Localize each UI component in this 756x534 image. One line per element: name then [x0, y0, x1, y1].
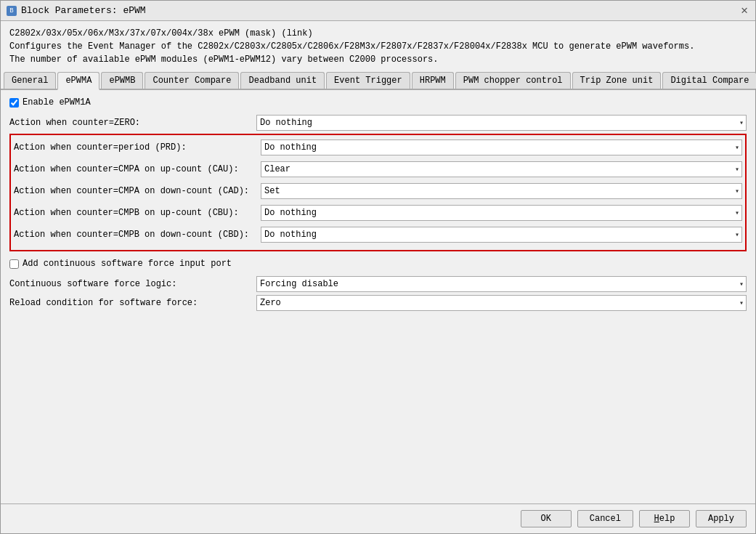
description-line2: Configures the Event Manager of the C280…: [9, 40, 747, 53]
continuous-force-row: Continuous software force logic: Forcing…: [9, 276, 747, 292]
tab-event-trigger[interactable]: Event Trigger: [326, 72, 410, 89]
content-area: Enable ePWM1A Action when counter=ZERO: …: [1, 90, 755, 503]
bottom-bar: OK Cancel Help Apply: [1, 503, 755, 533]
tab-epwma[interactable]: ePWMA: [57, 72, 99, 90]
tab-digital-compare[interactable]: Digital Compare: [662, 72, 756, 89]
add-continuous-row: Add continuous software force input port: [9, 259, 747, 269]
action-prd-select-wrapper: Do nothing Clear Set Toggle ▾: [261, 139, 742, 155]
action-cbd-select[interactable]: Do nothing Clear Set Toggle: [261, 227, 742, 243]
enable-epwm1a-checkbox[interactable]: [9, 98, 19, 108]
apply-button[interactable]: Apply: [696, 510, 747, 527]
action-cau-label: Action when counter=CMPA on up-count (CA…: [14, 164, 261, 174]
reload-condition-label: Reload condition for software force:: [9, 298, 256, 308]
help-button[interactable]: Help: [639, 510, 690, 527]
action-prd-label: Action when counter=period (PRD):: [14, 142, 261, 153]
main-window: B Block Parameters: ePWM ✕ C2802x/03x/05…: [0, 0, 756, 534]
action-zero-label: Action when counter=ZERO:: [9, 118, 256, 128]
enable-epwm1a-row: Enable ePWM1A: [9, 97, 747, 108]
continuous-force-select[interactable]: Forcing disable Forcing low Forcing high: [256, 276, 747, 292]
tab-deadband-unit[interactable]: Deadband unit: [240, 72, 325, 89]
tab-trip-zone-unit[interactable]: Trip Zone unit: [572, 72, 662, 89]
description-line1: C2802x/03x/05x/06x/M3x/37x/07x/004x/38x …: [9, 27, 747, 40]
action-cbu-row: Action when counter=CMPB on up-count (CB…: [11, 203, 745, 222]
cancel-button[interactable]: Cancel: [577, 510, 633, 527]
action-zero-select-wrapper: Do nothing Clear Set Toggle ▾: [256, 115, 747, 131]
tab-epwmb[interactable]: ePWMB: [101, 72, 143, 89]
enable-epwm1a-label: Enable ePWM1A: [23, 97, 91, 108]
red-border-section: Action when counter=period (PRD): Do not…: [9, 134, 747, 251]
action-prd-row: Action when counter=period (PRD): Do not…: [11, 138, 745, 157]
reload-condition-select-wrapper: Zero Period Either ▾: [256, 295, 747, 311]
action-cau-select-wrapper: Do nothing Clear Set Toggle ▾: [261, 161, 742, 177]
close-button[interactable]: ✕: [739, 5, 749, 17]
description-area: C2802x/03x/05x/06x/M3x/37x/07x/004x/38x …: [1, 21, 755, 72]
action-cad-row: Action when counter=CMPA on down-count (…: [11, 182, 745, 201]
reload-condition-row: Reload condition for software force: Zer…: [9, 295, 747, 311]
action-cbu-select[interactable]: Do nothing Clear Set Toggle: [261, 205, 742, 221]
tab-counter-compare[interactable]: Counter Compare: [145, 72, 239, 89]
action-zero-select[interactable]: Do nothing Clear Set Toggle: [256, 115, 747, 131]
action-cad-select-wrapper: Do nothing Clear Set Toggle ▾: [261, 183, 742, 199]
tab-general[interactable]: General: [4, 72, 56, 89]
add-continuous-label: Add continuous software force input port: [23, 259, 232, 269]
title-bar-left: B Block Parameters: ePWM: [7, 5, 146, 16]
action-cbd-select-wrapper: Do nothing Clear Set Toggle ▾: [261, 227, 742, 243]
description-line3: The number of available ePWM modules (eP…: [9, 53, 747, 66]
ok-button[interactable]: OK: [521, 510, 572, 527]
title-bar: B Block Parameters: ePWM ✕: [1, 1, 755, 21]
action-zero-row: Action when counter=ZERO: Do nothing Cle…: [9, 115, 747, 131]
action-cbu-select-wrapper: Do nothing Clear Set Toggle ▾: [261, 205, 742, 221]
reload-condition-select[interactable]: Zero Period Either: [256, 295, 747, 311]
window-icon: B: [7, 6, 17, 16]
tab-hrpwm[interactable]: HRPWM: [412, 72, 454, 89]
continuous-force-label: Continuous software force logic:: [9, 279, 256, 289]
action-cau-select[interactable]: Do nothing Clear Set Toggle: [261, 161, 742, 177]
window-title: Block Parameters: ePWM: [21, 5, 146, 16]
action-cbu-label: Action when counter=CMPB on up-count (CB…: [14, 208, 261, 218]
action-prd-select[interactable]: Do nothing Clear Set Toggle: [261, 139, 742, 155]
action-cbd-row: Action when counter=CMPB on down-count (…: [11, 225, 745, 244]
tabs-bar: General ePWMA ePWMB Counter Compare Dead…: [1, 72, 755, 90]
tab-pwm-chopper-control[interactable]: PWM chopper control: [455, 72, 571, 89]
action-cad-select[interactable]: Do nothing Clear Set Toggle: [261, 183, 742, 199]
action-cad-label: Action when counter=CMPA on down-count (…: [14, 186, 261, 196]
action-cau-row: Action when counter=CMPA on up-count (CA…: [11, 160, 745, 179]
add-continuous-checkbox[interactable]: [9, 259, 19, 269]
action-cbd-label: Action when counter=CMPB on down-count (…: [14, 230, 261, 240]
continuous-force-select-wrapper: Forcing disable Forcing low Forcing high…: [256, 276, 747, 292]
